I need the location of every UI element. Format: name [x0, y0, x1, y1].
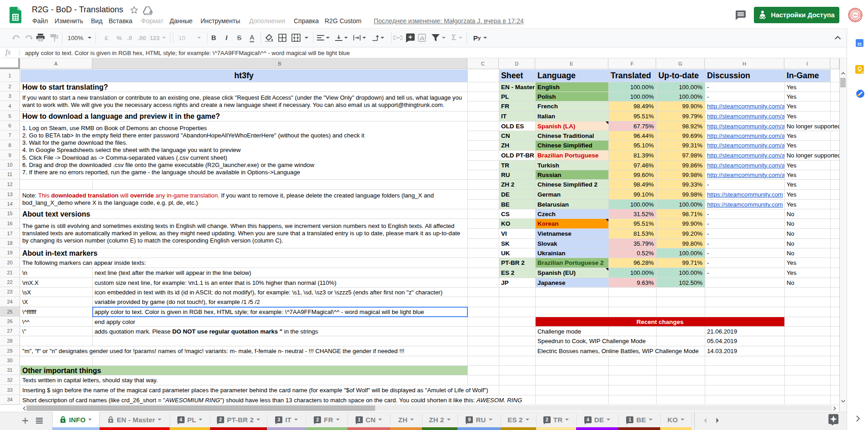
svg-text:ЛTd: ЛTd: [854, 15, 857, 16]
